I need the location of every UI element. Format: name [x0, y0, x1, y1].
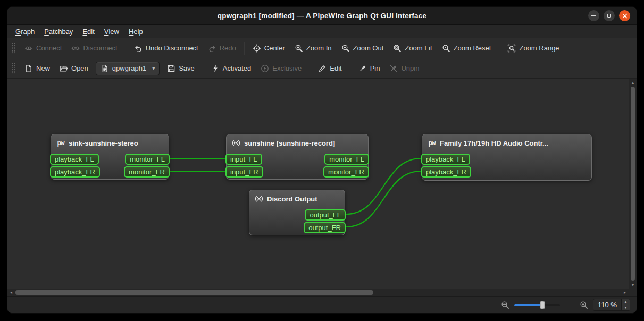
menu-patchbay[interactable]: Patchbay [39, 25, 78, 38]
zoom-out-button[interactable]: Zoom Out [337, 41, 388, 55]
node-sunshine-sunshine-record[interactable]: sunshine [sunshine-record]input_FLinput_… [226, 134, 369, 180]
menu-edit[interactable]: Edit [78, 25, 99, 38]
disconnect-button[interactable]: Disconnect [67, 41, 121, 55]
edit-button[interactable]: Edit [314, 62, 346, 75]
close-icon [622, 13, 628, 19]
toolbar-separator [244, 42, 245, 55]
zoom-increase-button[interactable]: ▲ [622, 299, 630, 305]
port-sunshine-sunshine-record-input-fr[interactable]: input_FR [225, 166, 263, 178]
vertical-scrollbar-thumb[interactable] [631, 87, 635, 281]
pin-button[interactable]: Pin [354, 62, 384, 75]
zoom-decrease-button[interactable]: ▼ [622, 305, 630, 311]
port-sunshine-sunshine-record-monitor-fr[interactable]: monitor_FR [323, 166, 369, 178]
node-title: Family 17h/19h HD Audio Contr... [440, 139, 548, 147]
zoom-value: 110 % [593, 299, 621, 310]
connect-icon [24, 44, 33, 53]
zoom-slider[interactable] [514, 301, 560, 309]
port-sink-sunshine-stereo-playback-fl[interactable]: playback_FL [50, 154, 99, 165]
menu-help[interactable]: Help [124, 25, 148, 38]
port-discord-output-output-fl[interactable]: output_FL [305, 209, 346, 221]
activated-button[interactable]: Activated [207, 62, 255, 75]
redo-button[interactable]: Redo [204, 41, 240, 55]
toolbar-handle[interactable] [12, 43, 15, 54]
scroll-down-arrow-icon[interactable]: ▾ [629, 281, 637, 289]
node-sink-sunshine-stereo[interactable]: pwsink-sunshine-stereoplayback_FLplaybac… [51, 134, 169, 180]
open-icon [60, 64, 68, 73]
patchbay-select-label: qpwgraph1 [112, 64, 146, 72]
horizontal-scrollbar-track[interactable] [15, 289, 621, 296]
port-family-17h-19h-hd-audio-contr-playback-fr[interactable]: playback_FR [421, 166, 471, 178]
maximize-button[interactable] [604, 10, 615, 21]
zoom-reset-label: Zoom Reset [454, 44, 491, 52]
undo-disconnect-label: Undo Disconnect [146, 44, 198, 52]
window-controls [588, 7, 630, 24]
undo-disconnect-button[interactable]: Undo Disconnect [130, 41, 203, 55]
zoom-reset-button[interactable]: Zoom Reset [438, 41, 496, 55]
port-sink-sunshine-stereo-playback-fr[interactable]: playback_FR [50, 166, 100, 178]
app-window: qpwgraph1 [modified] — A PipeWire Graph … [7, 6, 637, 314]
node-title: sink-sunshine-stereo [69, 139, 138, 147]
redo-label: Redo [220, 44, 236, 52]
redo-icon [208, 44, 216, 53]
pin-icon [358, 64, 367, 73]
close-button[interactable] [619, 10, 630, 21]
connection-edges [7, 79, 629, 289]
zoom-fit-button[interactable]: Zoom Fit [389, 41, 436, 55]
horizontal-scrollbar[interactable]: ◂ ▸ [7, 289, 629, 296]
zoom-range-button[interactable]: Zoom Range [503, 41, 563, 55]
workarea: pwsink-sunshine-stereoplayback_FLplaybac… [7, 79, 637, 289]
port-discord-output-output-fr[interactable]: output_FR [304, 222, 346, 233]
save-icon [167, 64, 175, 73]
pipewire-icon: pw [56, 139, 65, 147]
patchbay-toolbar: NewOpenqpwgraph1▾SaveActivatedExclusiveE… [7, 58, 637, 79]
scroll-left-arrow-icon[interactable]: ◂ [7, 289, 15, 296]
exclusive-button[interactable]: Exclusive [256, 62, 306, 75]
edit-icon [318, 64, 327, 73]
vertical-scrollbar[interactable]: ▴ ▾ [629, 79, 637, 289]
unpin-label: Unpin [401, 64, 419, 72]
zoom-in-button[interactable]: Zoom In [290, 41, 336, 55]
menu-view[interactable]: View [99, 25, 124, 38]
patchbay-file-icon [101, 64, 109, 73]
zoom-fit-label: Zoom Fit [405, 44, 432, 52]
open-button[interactable]: Open [55, 62, 93, 75]
zoom-spinbox[interactable]: 110 % ▲ ▼ [593, 299, 630, 311]
pin-label: Pin [370, 64, 380, 72]
save-button[interactable]: Save [163, 62, 199, 75]
center-button[interactable]: Center [248, 41, 289, 55]
port-sink-sunshine-stereo-monitor-fr[interactable]: monitor_FR [124, 166, 170, 178]
unpin-icon [389, 64, 398, 73]
port-sunshine-sunshine-record-input-fl[interactable]: input_FL [225, 154, 262, 165]
zoom-in-label: Zoom In [306, 44, 332, 52]
toolbar-separator [203, 62, 203, 75]
node-discord-output[interactable]: Discord Outputoutput_FLoutput_FR [249, 190, 345, 235]
center-icon [253, 44, 261, 53]
zoom-in-icon [295, 44, 303, 53]
patchbay-select-combobox[interactable]: qpwgraph1▾ [96, 62, 160, 75]
port-sink-sunshine-stereo-monitor-fl[interactable]: monitor_FL [125, 154, 170, 165]
connect-button[interactable]: Connect [20, 41, 66, 55]
unpin-button[interactable]: Unpin [385, 62, 423, 75]
dropdown-arrow-icon: ▾ [152, 65, 155, 71]
undo-icon [134, 44, 143, 53]
graph-canvas[interactable]: pwsink-sunshine-stereoplayback_FLplaybac… [7, 79, 629, 289]
new-label: New [36, 64, 50, 72]
new-button[interactable]: New [20, 62, 54, 75]
scroll-right-arrow-icon[interactable]: ▸ [621, 289, 629, 296]
toolbar-handle[interactable] [12, 63, 15, 74]
scroll-up-arrow-icon[interactable]: ▴ [629, 79, 637, 86]
horizontal-scrollbar-thumb[interactable] [15, 290, 373, 295]
port-family-17h-19h-hd-audio-contr-playback-fl[interactable]: playback_FL [421, 154, 470, 165]
zoom-slider-handle[interactable] [540, 301, 545, 309]
node-family-17h-19h-hd-audio-contr[interactable]: pwFamily 17h/19h HD Audio Contr...playba… [422, 134, 592, 181]
stream-icon [255, 195, 263, 203]
new-icon [24, 64, 33, 73]
menu-graph[interactable]: Graph [11, 25, 39, 38]
node-title: Discord Output [267, 195, 317, 203]
minimize-button[interactable] [588, 10, 599, 21]
port-sunshine-sunshine-record-monitor-fl[interactable]: monitor_FL [324, 154, 369, 165]
titlebar[interactable]: qpwgraph1 [modified] — A PipeWire Graph … [7, 7, 637, 25]
activated-icon [211, 64, 220, 73]
statusbar: 110 % ▲ ▼ [7, 296, 637, 313]
stream-icon [232, 139, 240, 147]
